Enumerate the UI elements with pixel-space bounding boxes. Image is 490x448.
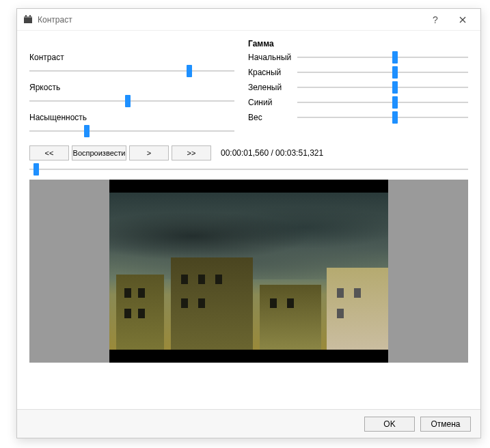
svg-rect-2 <box>25 15 27 17</box>
playback-controls: << Воспроизвести > >> 00:00:01,560 / 00:… <box>29 145 468 160</box>
rewind-button[interactable]: << <box>29 145 69 160</box>
app-icon <box>23 14 33 25</box>
gamma-green-slider[interactable] <box>297 81 468 94</box>
step-button[interactable]: > <box>129 145 169 160</box>
brightness-block: Яркость <box>29 83 234 107</box>
close-button[interactable] <box>449 10 476 29</box>
gamma-initial-label: Начальный <box>248 53 297 62</box>
gamma-initial-slider[interactable] <box>297 51 468 64</box>
cancel-button[interactable]: Отмена <box>420 417 471 432</box>
gamma-group: Гамма Начальный Красный Зеленый Синий <box>248 39 468 141</box>
seek-handle[interactable] <box>33 163 39 176</box>
titlebar: Контраст ? <box>17 9 480 31</box>
gamma-title: Гамма <box>248 39 468 48</box>
timecode: 00:00:01,560 / 00:03:51,321 <box>221 148 323 158</box>
gamma-blue-slider[interactable] <box>297 96 468 109</box>
contrast-dialog: Контраст ? Контраст Яркость <box>16 8 481 438</box>
brightness-slider[interactable] <box>29 95 234 107</box>
contrast-block: Контраст <box>29 53 234 77</box>
left-sliders: Контраст Яркость Насыщенность <box>29 39 234 141</box>
gamma-green-row: Зеленый <box>248 81 468 94</box>
video-frame <box>109 180 388 363</box>
gamma-weight-slider[interactable] <box>297 111 468 124</box>
dialog-footer: OK Отмена <box>17 409 480 438</box>
window-title: Контраст <box>38 15 72 25</box>
brightness-label: Яркость <box>29 83 234 92</box>
sliders-area: Контраст Яркость Насыщенность <box>29 39 468 141</box>
help-button[interactable]: ? <box>422 10 449 29</box>
gamma-initial-row: Начальный <box>248 51 468 64</box>
gamma-blue-row: Синий <box>248 96 468 109</box>
saturation-slider[interactable] <box>29 125 234 137</box>
svg-rect-3 <box>29 15 31 17</box>
contrast-handle[interactable] <box>187 65 192 77</box>
play-button[interactable]: Воспроизвести <box>72 145 126 160</box>
brightness-handle[interactable] <box>125 95 131 107</box>
gamma-weight-row: Вес <box>248 111 468 124</box>
content-area: Контраст Яркость Насыщенность <box>17 31 480 409</box>
fast-forward-button[interactable]: >> <box>172 145 211 160</box>
video-preview <box>29 180 468 363</box>
saturation-label: Насыщенность <box>29 113 234 122</box>
gamma-red-label: Красный <box>248 68 297 77</box>
svg-rect-1 <box>24 16 32 18</box>
ok-button[interactable]: OK <box>364 417 415 432</box>
contrast-label: Контраст <box>29 53 234 62</box>
seek-slider[interactable] <box>29 163 468 176</box>
gamma-red-row: Красный <box>248 66 468 79</box>
contrast-slider[interactable] <box>29 65 234 77</box>
gamma-weight-label: Вес <box>248 113 297 122</box>
gamma-red-slider[interactable] <box>297 66 468 79</box>
saturation-handle[interactable] <box>84 125 90 137</box>
saturation-block: Насыщенность <box>29 113 234 137</box>
time-current: 00:00:01,560 <box>221 148 269 158</box>
gamma-blue-label: Синий <box>248 98 297 107</box>
gamma-green-label: Зеленый <box>248 83 297 92</box>
seek-area <box>29 163 468 176</box>
time-total: 00:03:51,321 <box>275 148 323 158</box>
